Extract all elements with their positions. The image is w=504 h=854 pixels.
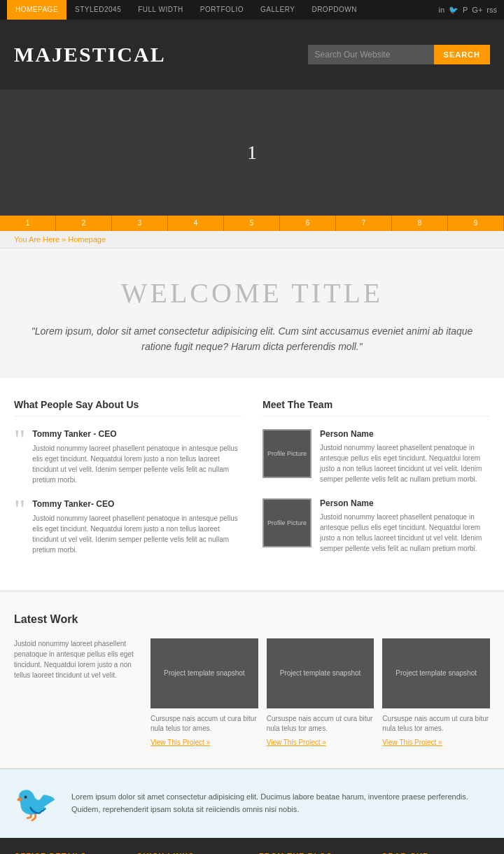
slide-dot-2[interactable]: 2 [56,216,112,231]
breadcrumb: You Are Here » Homepage [0,231,504,248]
team-member-2-photo: Profile Picture [262,498,312,547]
work-item-2-link[interactable]: View This Project » [267,738,326,746]
nav-links: HOMEPAGE STYLED2045 FULL WIDTH PORTFOLIO… [7,0,365,20]
testimonial-1-author: Tommy Tanker - CEO [32,429,241,439]
slide-dot-5[interactable]: 5 [224,216,280,231]
team-member-1-text: Justoid nonummy laoreet phasellent penat… [320,442,490,484]
hero-slider: 1 [0,90,504,216]
footer: OFFICE DETAILS Company Name Street Name&… [0,838,504,854]
work-items: Project template snapshot Cursuspe nais … [150,638,490,747]
pinterest-icon[interactable]: P [463,6,468,14]
social-links: in 🐦 P G+ rss [438,6,497,15]
welcome-title: WELCOME TITLE [21,276,483,309]
twitter-section: 🐦 Lorem ipsum dolor sit amet consectetur… [0,768,504,838]
slide-dot-9[interactable]: 9 [448,216,504,231]
slide-dot-3[interactable]: 3 [112,216,168,231]
testimonial-2-content: Tommy Tanker- CEO Justoid nonummy laoree… [32,499,241,555]
nav-styled[interactable]: STYLED2045 [66,0,130,20]
nav-portfolio[interactable]: PORTFOLIO [192,0,252,20]
search-form: SEARCH [308,45,490,64]
two-col-section: What People Say About Us " Tommy Tanker … [0,376,504,590]
breadcrumb-current: Homepage [68,235,106,244]
team-member-1-info: Person Name Justoid nonummy laoreet phas… [320,429,490,484]
work-item-1-desc: Cursuspe nais accum ut cura bitur nula t… [150,714,258,734]
slide-dot-6[interactable]: 6 [280,216,336,231]
slider-navigation: 1 2 3 4 5 6 7 8 9 [0,216,504,231]
breadcrumb-separator: » [62,235,68,244]
nav-gallery[interactable]: GALLERY [252,0,303,20]
top-navigation: HOMEPAGE STYLED2045 FULL WIDTH PORTFOLIO… [0,0,504,20]
team-column: Meet The Team Profile Picture Person Nam… [262,399,490,569]
work-item-1: Project template snapshot Cursuspe nais … [150,638,258,747]
work-item-3-link[interactable]: View This Project » [382,738,442,746]
search-button[interactable]: SEARCH [434,45,490,64]
team-member-1-name: Person Name [320,429,490,439]
work-thumb-2[interactable]: Project template snapshot [267,638,374,708]
testimonials-column: What People Say About Us " Tommy Tanker … [14,399,241,569]
latest-work-title: Latest Work [14,613,490,626]
team-title: Meet The Team [262,399,490,416]
twitter-icon[interactable]: 🐦 [449,6,458,15]
work-thumb-3[interactable]: Project template snapshot [382,638,490,708]
team-member-2-text: Justoid nonummy laoreet phasellent penat… [320,512,490,554]
work-item-2: Project template snapshot Cursuspe nais … [267,638,374,747]
testimonial-1-text: Justoid nonummy laoreet phasellent penat… [32,443,241,485]
testimonial-2-author: Tommy Tanker- CEO [32,499,241,509]
twitter-bird-icon: 🐦 [14,783,57,824]
rss-icon[interactable]: rss [486,6,497,14]
testimonials-title: What People Say About Us [14,399,241,416]
quote-mark-icon: " [14,426,25,485]
twitter-text: Lorem ipsum dolor sit amet consectetur a… [71,791,490,816]
testimonial-2: " Tommy Tanker- CEO Justoid nonummy laor… [14,499,241,555]
welcome-section: WELCOME TITLE "Lorem ipsum, dolor sit am… [0,248,504,376]
testimonial-1: " Tommy Tanker - CEO Justoid nonummy lao… [14,429,241,485]
work-intro-text: Justoid nonummy laoreet phasellent penat… [14,638,140,680]
slide-dot-7[interactable]: 7 [336,216,392,231]
googleplus-icon[interactable]: G+ [472,6,482,14]
team-member-1-photo: Profile Picture [262,429,312,478]
site-header: MAJESTICAL SEARCH [0,20,504,90]
testimonial-1-content: Tommy Tanker - CEO Justoid nonummy laore… [32,429,241,485]
search-input[interactable] [308,45,434,64]
quote-mark-icon-2: " [14,496,25,555]
breadcrumb-label: You Are Here [14,235,59,244]
work-thumb-1[interactable]: Project template snapshot [150,638,258,708]
nav-homepage[interactable]: HOMEPAGE [7,0,66,20]
latest-work-section: Latest Work Justoid nonummy laoreet phas… [0,590,504,768]
team-member-1: Profile Picture Person Name Justoid nonu… [262,429,490,484]
testimonial-2-text: Justoid nonummy laoreet phasellent penat… [32,513,241,555]
work-item-2-desc: Cursuspe nais accum ut cura bitur nula t… [267,714,374,734]
work-grid: Justoid nonummy laoreet phasellent penat… [14,638,490,747]
nav-fullwidth[interactable]: FULL WIDTH [130,0,192,20]
team-member-2-name: Person Name [320,498,490,508]
site-logo: MAJESTICAL [14,43,166,66]
slide-dot-4[interactable]: 4 [168,216,224,231]
nav-dropdown[interactable]: DROPDOWN [303,0,365,20]
welcome-quote: "Lorem ipsum, dolor sit amet consectetur… [21,323,483,355]
work-intro: Justoid nonummy laoreet phasellent penat… [14,638,140,747]
team-member-2-info: Person Name Justoid nonummy laoreet phas… [320,498,490,554]
slide-dot-8[interactable]: 8 [392,216,448,231]
slide-dot-1[interactable]: 1 [0,216,56,231]
team-member-2: Profile Picture Person Name Justoid nonu… [262,498,490,554]
slider-number: 1 [247,141,257,164]
work-item-3: Project template snapshot Cursuspe nais … [382,638,490,747]
work-item-1-link[interactable]: View This Project » [150,738,210,746]
work-item-3-desc: Cursuspe nais accum ut cura bitur nula t… [382,714,490,734]
linkedin-icon[interactable]: in [438,6,444,14]
